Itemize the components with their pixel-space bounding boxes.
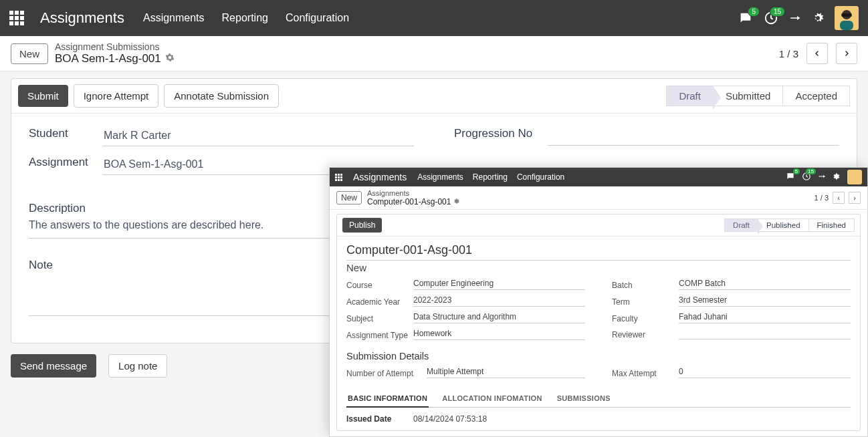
log-note-button[interactable]: Log note: [108, 354, 167, 378]
gear-icon[interactable]: [165, 52, 175, 65]
student-field[interactable]: Mark R Carter: [102, 127, 414, 146]
inner-settings-icon[interactable]: [833, 172, 841, 182]
inner-tab-allocation[interactable]: ALLOCATION INFOMATION: [441, 390, 543, 407]
pager-text: 1 / 3: [779, 48, 798, 59]
inner-pager-text: 1 / 3: [815, 194, 829, 202]
subheader: New Assignment Submissions BOA Sem-1-Asg…: [0, 36, 868, 71]
inner-subheader: New Assignments Computer-001-Asg-001 1 /…: [330, 186, 867, 210]
inner-gear-icon[interactable]: [453, 197, 460, 206]
student-label: Student: [29, 127, 102, 146]
stage-accepted[interactable]: Accepted: [783, 86, 850, 106]
inner-issued-value[interactable]: 08/14/2024 07:53:18: [413, 414, 487, 424]
breadcrumb-current-text: BOA Sem-1-Asg-001: [55, 52, 161, 65]
inner-subject-field[interactable]: Data Structure and Algorithm: [413, 312, 585, 323]
pager: 1 / 3: [779, 43, 857, 64]
annotate-submission-button[interactable]: Annotate Submission: [164, 84, 279, 108]
inner-activities-icon[interactable]: 15: [802, 172, 811, 183]
inner-publish-button[interactable]: Publish: [342, 218, 382, 233]
inner-atype-field[interactable]: Homework: [413, 329, 585, 340]
submit-button[interactable]: Submit: [18, 85, 68, 107]
inner-topbar: Assignments Assignments Reporting Config…: [330, 168, 867, 186]
ignore-attempt-button[interactable]: Ignore Attempt: [74, 84, 159, 108]
inner-record-title[interactable]: Computer-001-Asg-001: [346, 243, 851, 261]
inner-stage-published[interactable]: Published: [758, 218, 809, 232]
activities-badge: 15: [770, 7, 785, 17]
inner-stage-finished[interactable]: Finished: [809, 218, 855, 232]
topbar: Assignments Assignments Reporting Config…: [0, 0, 868, 36]
inner-pager-next[interactable]: ›: [849, 192, 861, 204]
nav-reporting[interactable]: Reporting: [222, 12, 268, 24]
progression-label: Progression No: [454, 127, 548, 146]
new-button[interactable]: New: [11, 43, 48, 64]
inner-tabs: BASIC INFORMATION ALLOCATION INFOMATION …: [346, 390, 851, 408]
inner-tab-submissions[interactable]: SUBMISSIONS: [556, 390, 612, 407]
inner-year-label: Academic Year: [346, 297, 413, 307]
assignment-label: Assignment: [29, 156, 102, 175]
breadcrumb-parent[interactable]: Assignment Submissions: [55, 41, 175, 52]
breadcrumb-current: BOA Sem-1-Asg-001: [55, 52, 175, 65]
inner-term-field[interactable]: 3rd Semester: [679, 295, 851, 307]
inner-user-avatar[interactable]: [847, 170, 862, 184]
inner-num-attempt-field[interactable]: Multiple Attempt: [427, 367, 585, 378]
inner-nav-reporting[interactable]: Reporting: [473, 172, 508, 182]
pager-prev[interactable]: [806, 43, 828, 64]
inner-messages-badge: 5: [793, 168, 800, 174]
inner-num-attempt-label: Number of Attempt: [346, 369, 427, 378]
inner-messages-icon[interactable]: 5: [786, 172, 795, 183]
messages-badge: 5: [748, 7, 760, 17]
inner-breadcrumb-parent[interactable]: Assignments: [367, 189, 460, 197]
inner-atype-label: Assignment Type: [346, 331, 413, 340]
stage-submitted[interactable]: Submitted: [714, 86, 784, 106]
inner-nav-assignments[interactable]: Assignments: [417, 172, 463, 182]
inner-reviewer-field[interactable]: [679, 329, 851, 339]
stage-indicator: Draft Submitted Accepted: [666, 86, 850, 106]
status-bar: Submit Ignore Attempt Annotate Submissio…: [11, 79, 857, 114]
activities-icon[interactable]: 15: [764, 11, 778, 25]
inner-breadcrumb-current: Computer-001-Asg-001: [367, 197, 451, 206]
inner-app-brand[interactable]: Assignments: [353, 172, 407, 182]
app-brand[interactable]: Assignments: [40, 9, 124, 27]
settings-icon[interactable]: [812, 12, 824, 24]
inner-tab-basic[interactable]: BASIC INFORMATION: [346, 390, 429, 408]
pager-next[interactable]: [836, 43, 857, 64]
inner-max-attempt-label: Max Attempt: [612, 369, 679, 378]
inner-batch-label: Batch: [612, 281, 679, 290]
nav-assignments[interactable]: Assignments: [143, 12, 205, 24]
inner-submission-section: Submission Details: [346, 351, 851, 361]
inner-faculty-field[interactable]: Fahad Juhani: [679, 312, 851, 323]
inner-apps-icon[interactable]: [335, 174, 342, 181]
inner-nav-configuration[interactable]: Configuration: [517, 172, 564, 182]
user-avatar[interactable]: [835, 6, 859, 30]
stage-draft[interactable]: Draft: [666, 86, 714, 106]
inner-reviewer-label: Reviewer: [612, 330, 679, 339]
inner-issued-label: Issued Date: [346, 414, 413, 424]
inner-course-label: Course: [346, 281, 413, 290]
send-message-button[interactable]: Send message: [11, 354, 96, 378]
debug-icon[interactable]: [789, 12, 801, 24]
inner-year-field[interactable]: 2022-2023: [413, 295, 585, 307]
svg-rect-4: [841, 13, 852, 17]
nav-configuration[interactable]: Configuration: [286, 12, 349, 24]
inner-activities-badge: 15: [806, 168, 816, 174]
inner-course-field[interactable]: Computer Engineering: [413, 279, 585, 290]
inner-record-subtitle: New: [346, 262, 851, 273]
inner-faculty-label: Faculty: [612, 314, 679, 323]
inner-stage-draft[interactable]: Draft: [724, 218, 758, 232]
inner-debug-icon[interactable]: [818, 172, 826, 182]
progression-field[interactable]: [548, 127, 839, 146]
inner-pager-prev[interactable]: ‹: [833, 192, 845, 204]
svg-rect-3: [840, 21, 853, 30]
messages-icon[interactable]: 5: [738, 11, 753, 25]
apps-icon[interactable]: [9, 11, 24, 25]
inner-batch-field[interactable]: COMP Batch: [679, 279, 851, 290]
inner-window-overlay: Assignments Assignments Reporting Config…: [329, 167, 868, 437]
inner-max-attempt-field[interactable]: 0: [679, 367, 851, 378]
inner-new-button[interactable]: New: [336, 191, 362, 204]
inner-term-label: Term: [612, 297, 679, 307]
inner-subject-label: Subject: [346, 314, 413, 323]
